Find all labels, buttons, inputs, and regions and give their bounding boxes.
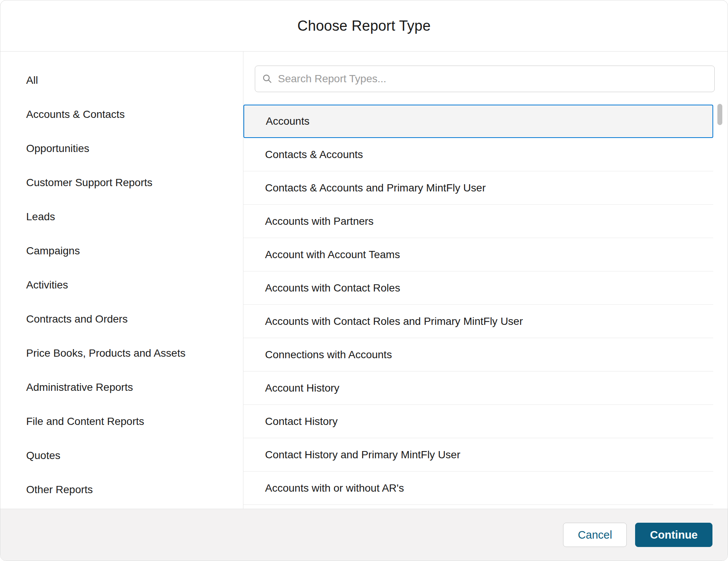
report-type-row[interactable]: Accounts with or without AR's bbox=[243, 472, 713, 505]
sidebar-category-item[interactable]: Administrative Reports bbox=[26, 370, 243, 404]
report-type-label: Account History bbox=[265, 382, 339, 394]
report-type-row[interactable]: Contacts & Accounts bbox=[243, 138, 713, 171]
modal-header: Choose Report Type bbox=[0, 0, 728, 52]
report-type-label: Contacts & Accounts and Primary MintFly … bbox=[265, 182, 486, 194]
sidebar-category-item[interactable]: Other Reports bbox=[26, 473, 243, 507]
sidebar-category-label: Leads bbox=[26, 211, 55, 223]
sidebar-category-label: Administrative Reports bbox=[26, 381, 133, 393]
modal-footer: Cancel Continue bbox=[0, 509, 728, 561]
sidebar-category-label: Opportunities bbox=[26, 143, 89, 155]
sidebar-category-item[interactable]: All bbox=[26, 63, 243, 97]
report-type-row[interactable]: Accounts with Partners bbox=[243, 205, 713, 238]
report-type-row[interactable]: Contact History and Primary MintFly User bbox=[243, 438, 713, 472]
search-report-types-box[interactable] bbox=[255, 66, 715, 92]
sidebar-category-label: Accounts & Contacts bbox=[26, 108, 125, 121]
report-type-row[interactable]: Accounts bbox=[243, 105, 713, 138]
report-type-label: Connections with Accounts bbox=[265, 349, 392, 361]
sidebar-category-item[interactable]: Price Books, Products and Assets bbox=[26, 336, 243, 370]
report-type-row[interactable]: Account History bbox=[243, 371, 713, 405]
sidebar-category-item[interactable]: Campaigns bbox=[26, 234, 243, 268]
sidebar-category-label: Campaigns bbox=[26, 245, 80, 257]
sidebar-category-item[interactable]: Activities bbox=[26, 268, 243, 302]
sidebar-category-label: Price Books, Products and Assets bbox=[26, 347, 185, 359]
report-category-sidebar: All Accounts & Contacts Opportunities Cu… bbox=[0, 52, 243, 509]
sidebar-category-item[interactable]: File and Content Reports bbox=[26, 404, 243, 439]
report-type-list: Accounts Contacts & Accounts Contacts & … bbox=[243, 105, 713, 505]
sidebar-category-item[interactable]: Contracts and Orders bbox=[26, 302, 243, 336]
modal-title: Choose Report Type bbox=[297, 18, 430, 34]
search-icon bbox=[262, 74, 273, 84]
sidebar-category-item[interactable]: Opportunities bbox=[26, 132, 243, 166]
continue-button[interactable]: Continue bbox=[635, 523, 712, 547]
report-type-label: Account with Account Teams bbox=[265, 249, 400, 261]
modal-body: All Accounts & Contacts Opportunities Cu… bbox=[0, 52, 728, 509]
search-report-types-input[interactable] bbox=[278, 73, 708, 85]
sidebar-category-label: Other Reports bbox=[26, 484, 93, 496]
report-type-label: Accounts with Partners bbox=[265, 215, 373, 227]
sidebar-category-label: Contracts and Orders bbox=[26, 313, 128, 325]
report-type-row[interactable]: Accounts with Contact Roles and Primary … bbox=[243, 305, 713, 338]
choose-report-type-modal: Choose Report Type All Accounts & Contac… bbox=[0, 0, 728, 561]
report-type-label: Accounts with Contact Roles and Primary … bbox=[265, 315, 523, 328]
sidebar-category-label: Customer Support Reports bbox=[26, 177, 152, 189]
report-type-row[interactable]: Accounts with Contact Roles bbox=[243, 271, 713, 305]
sidebar-category-item[interactable]: Quotes bbox=[26, 439, 243, 473]
scrollbar-thumb[interactable] bbox=[717, 104, 722, 125]
report-type-label: Accounts with or without AR's bbox=[265, 482, 404, 494]
report-type-panel: Accounts Contacts & Accounts Contacts & … bbox=[243, 52, 728, 509]
report-type-label: Accounts with Contact Roles bbox=[265, 282, 400, 294]
report-type-label: Contact History and Primary MintFly User bbox=[265, 449, 460, 461]
cancel-button[interactable]: Cancel bbox=[563, 523, 627, 547]
scrollbar-track[interactable] bbox=[717, 104, 722, 509]
sidebar-category-label: All bbox=[26, 74, 38, 86]
report-type-row[interactable]: Connections with Accounts bbox=[243, 338, 713, 371]
report-type-label: Contacts & Accounts bbox=[265, 149, 363, 161]
report-type-row[interactable]: Account with Account Teams bbox=[243, 238, 713, 271]
sidebar-category-label: File and Content Reports bbox=[26, 415, 144, 428]
sidebar-category-item[interactable]: Accounts & Contacts bbox=[26, 97, 243, 132]
report-type-row[interactable]: Contact History bbox=[243, 405, 713, 438]
sidebar-category-label: Activities bbox=[26, 279, 68, 291]
report-type-label: Contact History bbox=[265, 415, 337, 428]
report-type-row[interactable]: Contacts & Accounts and Primary MintFly … bbox=[243, 171, 713, 205]
report-type-label: Accounts bbox=[266, 115, 309, 127]
sidebar-category-item[interactable]: Leads bbox=[26, 200, 243, 234]
sidebar-category-item[interactable]: Customer Support Reports bbox=[26, 166, 243, 200]
sidebar-category-label: Quotes bbox=[26, 450, 60, 462]
